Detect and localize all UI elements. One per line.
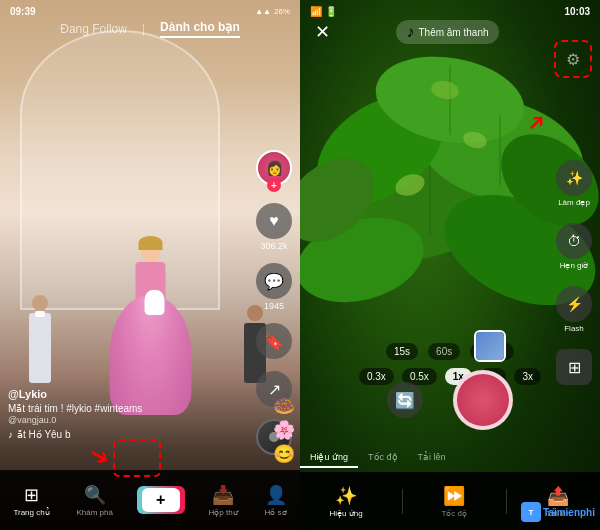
watermark-text: Taimienphi xyxy=(543,507,595,518)
inbox-label: Hộp thư xyxy=(209,508,238,517)
camera-tools: ✨ Làm đẹp ⏱ Hẹn giờ ⚡ Flash xyxy=(556,160,592,333)
video-info: @Lykio Mắt trái tim ! #lykio #winteams @… xyxy=(8,388,250,440)
flip-camera-button[interactable]: 🔄 xyxy=(387,382,423,418)
beauty-tool[interactable]: ✨ Làm đẹp xyxy=(556,160,592,207)
music-icon: ♪ xyxy=(406,23,414,41)
add-sound-label: Thêm âm thanh xyxy=(418,27,488,38)
person-mask xyxy=(35,311,45,317)
comment-icon: 💬 xyxy=(256,263,292,299)
search-label: Khám phá xyxy=(77,508,113,517)
zoom-3x[interactable]: 3x xyxy=(514,368,541,385)
nav-search[interactable]: 🔍 Khám phá xyxy=(77,484,113,517)
tab-danh-cho-ban[interactable]: Dành cho bạn xyxy=(160,20,240,38)
tag-user[interactable]: @vangjau.0 xyxy=(8,415,250,425)
bookmark-action[interactable]: 🔖 xyxy=(256,323,292,359)
nav-inbox[interactable]: 📥 Hộp thư xyxy=(209,484,238,517)
speed-bottom-label: Tốc độ xyxy=(441,509,467,518)
caption-text: Mắt trái tim ! #lykio #winteams xyxy=(8,402,250,415)
status-bar: 09:39 ▲▲ 26% xyxy=(10,6,290,17)
feed-tabs: Đang Follow | Dành cho bạn xyxy=(0,20,300,38)
profile-icon: 👤 xyxy=(265,484,287,506)
top-controls: ✕ ♪ Thêm âm thanh xyxy=(300,20,600,44)
music-text: ắt Hồ Yêu b xyxy=(17,429,71,440)
like-count: 306.2k xyxy=(260,241,287,251)
effects-bottom-btn[interactable]: ✨ Hiệu ứng xyxy=(329,485,362,518)
divider2 xyxy=(506,489,507,514)
filter-speed[interactable]: Tốc độ xyxy=(358,448,408,468)
comment-action[interactable]: 💬 1945 xyxy=(256,263,292,311)
plus-icon: + xyxy=(142,488,180,512)
gallery-thumbnail xyxy=(476,332,504,360)
watermark: T Taimienphi xyxy=(521,502,595,522)
timer-icon: ⏱ xyxy=(556,223,592,259)
speed-bottom-btn[interactable]: ⏩ Tốc độ xyxy=(441,485,467,518)
bouquet xyxy=(144,290,164,315)
red-highlight-box xyxy=(113,439,161,477)
tab-dang-follow[interactable]: Đang Follow xyxy=(60,22,127,36)
like-icon: ♥ xyxy=(256,203,292,239)
comment-count: 1945 xyxy=(264,301,284,311)
shutter-area: 15s 60s 3 phút 🔄 xyxy=(386,343,514,430)
effects-icon[interactable]: ⚙ xyxy=(556,42,590,76)
person-head xyxy=(32,295,48,311)
shutter-button[interactable] xyxy=(453,370,513,430)
bottom-navigation: ⊞ Trang chủ 🔍 Khám phá + 📥 Hộp thư 👤 Hồ … xyxy=(0,470,300,530)
flash-label: Flash xyxy=(564,324,584,333)
nav-home[interactable]: ⊞ Trang chủ xyxy=(13,484,49,517)
flash-icon: ⚡ xyxy=(556,286,592,322)
inbox-icon: 📥 xyxy=(212,484,234,506)
create-plus-button[interactable]: + xyxy=(140,486,182,514)
hair xyxy=(138,236,162,250)
beauty-icon: ✨ xyxy=(556,160,592,196)
right-phone: 📶 🔋 10:03 ✕ ♪ Thêm âm thanh ✨ Làm đẹp ⏱ … xyxy=(300,0,600,530)
status-icons-right: 📶 🔋 xyxy=(310,6,337,17)
emoji-smile: 😊 xyxy=(273,443,295,465)
filter-upload[interactable]: Tải lên xyxy=(408,448,456,468)
creator-avatar-container: 👩 + xyxy=(256,150,292,186)
watermark-icon: T xyxy=(521,502,541,522)
nav-profile[interactable]: 👤 Hồ sơ xyxy=(265,484,287,517)
red-highlight-box-right: ⚙ xyxy=(554,40,592,78)
bookmark-icon: 🔖 xyxy=(256,323,292,359)
filter-effects[interactable]: Hiệu ứng xyxy=(300,448,358,468)
music-note-icon: ♪ xyxy=(8,429,13,440)
timer-tool[interactable]: ⏱ Hẹn giờ xyxy=(556,223,592,270)
flash-tool[interactable]: ⚡ Flash xyxy=(556,286,592,333)
search-icon: 🔍 xyxy=(84,484,106,506)
beauty-label: Làm đẹp xyxy=(558,198,590,207)
profile-label: Hồ sơ xyxy=(265,508,287,517)
shutter-row: 🔄 xyxy=(386,370,514,430)
signal-icon: ▲▲ xyxy=(255,7,271,16)
status-time-right: 10:03 xyxy=(564,6,590,17)
battery-icon: 26% xyxy=(274,7,290,16)
emoji-flower: 🌸 xyxy=(273,419,295,441)
username[interactable]: @Lykio xyxy=(8,388,250,400)
follow-plus[interactable]: + xyxy=(267,178,281,192)
time-15s[interactable]: 15s xyxy=(386,343,418,360)
home-icon: ⊞ xyxy=(24,484,39,506)
timer-label: Hẹn giờ xyxy=(560,261,589,270)
status-bar-right: 📶 🔋 10:03 xyxy=(310,6,590,17)
time-60s[interactable]: 60s xyxy=(428,343,460,360)
status-time: 09:39 xyxy=(10,6,36,17)
person-body xyxy=(29,313,51,383)
add-sound-button[interactable]: ♪ Thêm âm thanh xyxy=(396,20,498,44)
close-button[interactable]: ✕ xyxy=(315,21,330,43)
tab-divider: | xyxy=(142,22,145,36)
emoji-donut: 🍩 xyxy=(273,395,295,417)
filter-tabs: Hiệu ứng Tốc độ Tải lên xyxy=(300,448,456,468)
gallery-button[interactable] xyxy=(474,330,506,362)
effects-bottom-label: Hiệu ứng xyxy=(329,509,362,518)
like-action[interactable]: ♥ 306.2k xyxy=(256,203,292,251)
floating-reactions: 🍩 🌸 😊 xyxy=(273,395,295,465)
left-phone: 09:39 ▲▲ 26% Đang Follow | Dành cho bạn … xyxy=(0,0,300,530)
nav-create[interactable]: + xyxy=(140,486,182,514)
scene-area xyxy=(0,195,300,415)
divider xyxy=(402,489,403,514)
status-icons: ▲▲ 26% xyxy=(255,7,290,16)
home-label: Trang chủ xyxy=(13,508,49,517)
